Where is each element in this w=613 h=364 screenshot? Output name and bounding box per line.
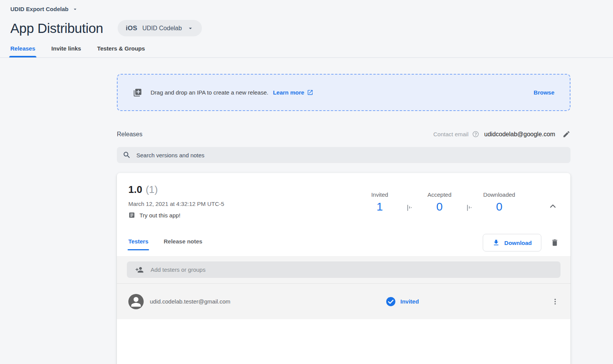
library-add-icon	[133, 88, 142, 97]
chevron-down-icon	[72, 6, 78, 12]
dropzone-text: Drag and drop an IPA to create a new rel…	[151, 89, 268, 96]
release-build-number: (1)	[146, 184, 158, 196]
stat-label: Downloaded	[480, 191, 518, 198]
check-circle-icon	[386, 297, 396, 307]
page-header: UDID Export Codelab App Distribution iOS…	[0, 0, 613, 36]
funnel-separator-icon	[407, 204, 412, 214]
delete-release-button[interactable]	[551, 238, 559, 247]
search-input[interactable]	[136, 152, 565, 158]
release-tabs: Testers Release notes	[128, 238, 202, 250]
open-in-new-icon	[307, 89, 313, 96]
chevron-down-icon	[187, 25, 194, 32]
tab-releases[interactable]: Releases	[10, 45, 35, 57]
more-vert-icon	[551, 298, 559, 305]
stat-label: Accepted	[420, 191, 459, 198]
release-notes-preview: Try out this app!	[139, 212, 180, 219]
project-selector-label: UDID Export Codelab	[10, 6, 69, 12]
tester-email: udid.codelab.tester@gmail.com	[150, 298, 230, 305]
release-stats: Invited 1 Accepted 0 Downloaded 0	[361, 191, 518, 219]
search-icon	[123, 151, 131, 159]
download-label: Download	[504, 240, 532, 246]
release-notes-icon	[128, 212, 135, 219]
ipa-dropzone[interactable]: Drag and drop an IPA to create a new rel…	[117, 74, 570, 111]
tab-testers-groups[interactable]: Testers & Groups	[97, 45, 145, 57]
tab-release-notes[interactable]: Release notes	[164, 238, 202, 250]
tab-invite-links[interactable]: Invite links	[51, 45, 81, 57]
tester-menu-button[interactable]	[551, 298, 559, 305]
funnel-separator-icon	[467, 204, 472, 214]
app-name: UDID Codelab	[142, 25, 182, 32]
stat-invited: Invited 1	[361, 191, 399, 213]
testers-section: udid.codelab.tester@gmail.com Invited	[117, 256, 570, 319]
release-card: 1.0 (1) March 12, 2021 at 4:32:12 PM UTC…	[117, 173, 570, 364]
trash-icon	[551, 238, 559, 247]
browse-button[interactable]: Browse	[534, 89, 554, 96]
tester-row: udid.codelab.tester@gmail.com Invited	[117, 284, 570, 319]
help-icon[interactable]	[472, 131, 479, 138]
person-add-icon	[135, 266, 144, 274]
releases-heading: Releases	[117, 131, 143, 138]
search-bar	[117, 147, 570, 163]
learn-more-label: Learn more	[273, 89, 304, 96]
stat-value: 1	[361, 200, 399, 213]
tester-status-label: Invited	[400, 298, 419, 305]
stat-label: Invited	[361, 191, 399, 198]
download-button[interactable]: Download	[483, 234, 541, 251]
release-date: March 12, 2021 at 4:32:12 PM UTC-5	[128, 201, 361, 207]
contact-email-value: udidcodelab@google.com	[484, 131, 555, 138]
download-icon	[492, 239, 500, 246]
tester-status: Invited	[386, 297, 419, 307]
tab-testers[interactable]: Testers	[128, 238, 148, 250]
app-selector-chip[interactable]: iOS UDID Codelab	[118, 20, 202, 36]
main-tabs: Releases Invite links Testers & Groups	[0, 45, 613, 58]
page-title: App Distribution	[10, 21, 103, 36]
stat-value: 0	[420, 200, 459, 213]
contact-email-label: Contact email	[433, 131, 469, 137]
stat-accepted: Accepted 0	[420, 191, 459, 213]
release-version: 1.0	[128, 184, 142, 196]
chevron-up-icon	[548, 202, 557, 211]
learn-more-link[interactable]: Learn more	[273, 89, 313, 96]
ios-platform-icon: iOS	[126, 24, 137, 32]
add-testers-field	[127, 261, 561, 278]
stat-value: 0	[480, 200, 518, 213]
add-testers-input[interactable]	[151, 266, 552, 273]
avatar	[128, 294, 144, 309]
project-selector[interactable]: UDID Export Codelab	[10, 6, 78, 12]
stat-downloaded: Downloaded 0	[480, 191, 518, 213]
edit-contact-email-icon[interactable]	[562, 130, 570, 138]
collapse-release-button[interactable]	[548, 194, 557, 219]
